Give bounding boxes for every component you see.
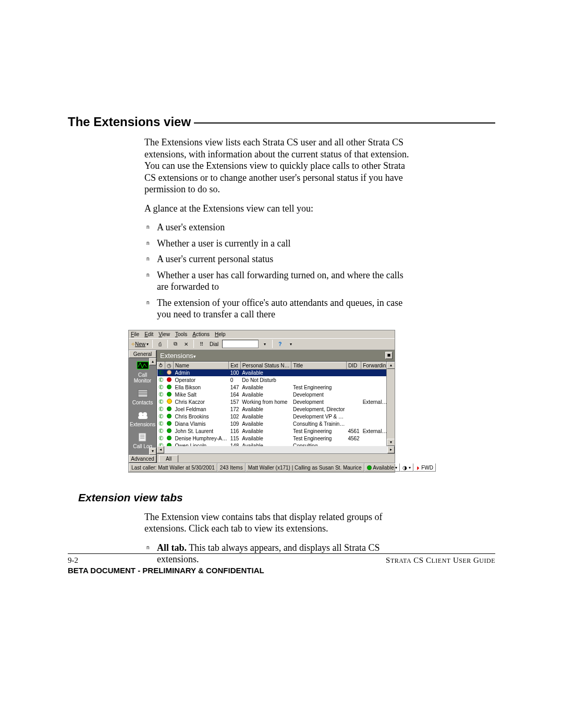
col-did[interactable]: DID [346, 362, 361, 369]
toolbar-separator [272, 340, 273, 348]
scroll-track[interactable] [164, 446, 387, 453]
print-icon: ⎙ [158, 341, 162, 347]
sidebar-tab-general[interactable]: General [129, 350, 156, 358]
horizontal-scrollbar[interactable]: ◂ ▸ [157, 446, 395, 453]
table-row[interactable]: ✆Owen Lincoln148AvailableConsulting [157, 442, 395, 446]
scroll-icon: ⥁ [159, 363, 163, 368]
panel-close-button[interactable]: ■ [385, 352, 393, 359]
sidebar-scroll-down[interactable]: ▾ [149, 448, 156, 455]
cell-ext: 102 [229, 413, 241, 420]
table-row[interactable]: ✆Chris Brookins102AvailableDevelopment V… [157, 413, 395, 420]
menu-view[interactable]: View [158, 331, 170, 337]
cell-status: Available [240, 442, 291, 446]
intro-paragraph-1: The Extensions view lists each Strata CS… [144, 137, 415, 195]
cell-status: Available [240, 384, 291, 391]
table-row[interactable]: ✆Mike Salt164AvailableDevelopment [157, 391, 395, 398]
cell-ext: 0 [229, 376, 241, 384]
toolbar: ✧ New ▾ ⎙ ⧉ ✕ ⠿ Dial ▾ ? ▾ [129, 339, 395, 350]
help-button[interactable]: ? [275, 339, 285, 349]
phone-icon: ✆ [158, 419, 165, 427]
table-row[interactable]: ✆Diana Vlamis109AvailableConsulting & Tr… [157, 420, 395, 427]
sidebar-item-extensions[interactable]: Extensions [129, 409, 156, 430]
phone-icon: ✆ [158, 383, 165, 391]
menu-help[interactable]: Help [215, 331, 226, 337]
bullet-item: A user's current personal status [157, 253, 415, 265]
table-row[interactable]: ✆Operator0Do Not Disturb [157, 376, 395, 384]
phone-icon: ✆ [158, 434, 165, 442]
toolbar-separator [152, 340, 153, 348]
copy-button[interactable]: ⧉ [170, 339, 180, 349]
table-row[interactable]: ✆Joel Feldman172AvailableDevelopment, Di… [157, 405, 395, 413]
status-fwd[interactable]: ⏵FWD [413, 463, 436, 472]
col-phone-icon[interactable]: ⥁ [157, 362, 165, 369]
scroll-up-arrow[interactable]: ▴ [387, 362, 395, 369]
extensions-app-window: File Edit View Tools Actions Help ✧ New … [128, 330, 395, 473]
extensions-icon [136, 410, 150, 421]
sidebar-item-label: Call Monitor [134, 372, 151, 384]
page-footer: 9-2 STRATA CS CLIENT USER GUIDE BETA DOC… [68, 553, 495, 575]
scroll-right-arrow[interactable]: ▸ [387, 446, 395, 453]
dial-pad-button[interactable]: ⠿ [197, 339, 206, 349]
scroll-left-arrow[interactable]: ◂ [157, 446, 164, 453]
cell-title: Development [291, 398, 347, 405]
svg-rect-3 [138, 393, 148, 394]
section-heading-text: The Extensions view [68, 115, 191, 129]
cell-did: 4561 [346, 427, 361, 435]
status-availability[interactable]: Available ▾ [364, 463, 400, 472]
cell-status: Available [240, 427, 291, 435]
vertical-scrollbar[interactable]: ▴ ▾ [386, 362, 395, 446]
cell-status-icon [165, 435, 174, 442]
available-icon [167, 428, 172, 433]
cell-ext: 157 [229, 398, 241, 405]
phone-icon: ✆ [158, 376, 165, 384]
table-row[interactable]: ✆Denise Humphrey-A…115AvailableTest Engi… [157, 435, 395, 442]
delete-button[interactable]: ✕ [181, 339, 191, 349]
panel-title-text: Extensions [160, 352, 193, 360]
intro-bullets: A user's extension Whether a user is cur… [144, 221, 415, 320]
cell-status-icon [165, 369, 174, 376]
new-button[interactable]: ✧ New ▾ [130, 339, 150, 349]
table-row[interactable]: ✆Chris Kaczor157Working from homeDevelop… [157, 398, 395, 405]
tab-all[interactable]: All [159, 455, 178, 462]
menu-tools[interactable]: Tools [175, 331, 187, 337]
chevron-down-icon: ▾ [409, 465, 411, 470]
bullet-item: Whether a user is currently in a call [157, 238, 415, 250]
sidebar-scroll-up[interactable]: ▴ [149, 358, 156, 365]
clock-icon: ◷ [167, 363, 172, 368]
menu-edit[interactable]: Edit [144, 331, 153, 337]
subsection-heading: Extension view tabs [78, 491, 495, 504]
status-person[interactable]: ◑ ▾ [400, 463, 413, 472]
phone-icon: ✆ [158, 390, 165, 398]
cell-did [346, 420, 361, 427]
help-icon: ? [278, 341, 282, 347]
cell-status-icon [165, 420, 174, 427]
col-name[interactable]: Name [174, 362, 229, 369]
table-row[interactable]: ✆Admin100Available [157, 369, 395, 376]
col-title[interactable]: Title [291, 362, 347, 369]
table-row[interactable]: ✆John St. Laurent116AvailableTest Engine… [157, 427, 395, 435]
sidebar-tab-advanced[interactable]: Advanced [129, 455, 156, 463]
chevron-down-icon[interactable]: ▾ [193, 354, 196, 359]
table-row[interactable]: ✆Ella Bikson147AvailableTest Engineering [157, 384, 395, 391]
cell-name: Operator [174, 376, 229, 384]
bullet-item: The extension of your office's auto atte… [157, 297, 415, 320]
cell-name: Owen Lincoln [174, 442, 229, 446]
dial-input[interactable] [222, 340, 259, 348]
col-status-icon[interactable]: ◷ [165, 362, 174, 369]
sidebar-item-label: Extensions [130, 422, 155, 427]
col-ext[interactable]: Ext [229, 362, 241, 369]
toolbar-overflow[interactable]: ▾ [286, 339, 296, 349]
scroll-down-arrow[interactable]: ▾ [387, 439, 395, 446]
col-status[interactable]: Personal Status N… [240, 362, 291, 369]
chevron-down-icon: ▾ [395, 465, 397, 470]
dial-dropdown[interactable]: ▾ [260, 339, 270, 349]
available-icon [167, 406, 172, 411]
menu-file[interactable]: File [131, 331, 139, 337]
print-button[interactable]: ⎙ [155, 339, 165, 349]
cell-phone-icon: ✆ [157, 405, 165, 413]
menu-actions[interactable]: Actions [192, 331, 210, 337]
toolbar-separator [193, 340, 194, 348]
extensions-tabbar: All [157, 453, 395, 463]
sidebar-item-contacts[interactable]: Contacts [129, 387, 156, 409]
cell-did [346, 376, 361, 384]
